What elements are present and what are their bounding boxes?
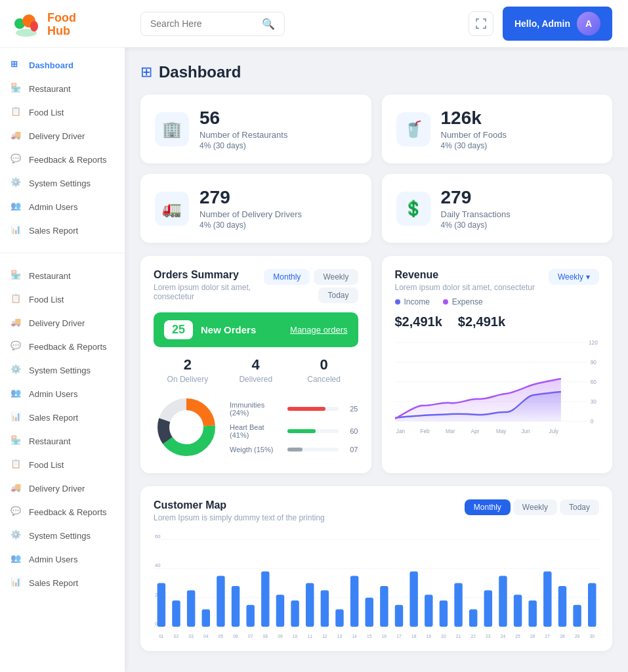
list-icon: 📋 xyxy=(10,293,22,305)
stat-change-1: 4% (30 days) xyxy=(441,141,507,150)
sidebar-item-feedback-reports[interactable]: 💬 Feedback & Reports xyxy=(0,148,125,171)
page-title-row: ⊞ Dashboard xyxy=(140,63,612,81)
sidebar-item-delivery-driver3[interactable]: 🚚 Delivery Driver xyxy=(0,476,125,500)
sidebar-item-sales-report[interactable]: 📊 Sales Report xyxy=(0,219,125,242)
income-dot xyxy=(395,299,400,304)
logo-icon xyxy=(10,9,42,41)
delivery-stats: 2 On Delivery 4 Delivered 0 Canceled xyxy=(154,356,358,384)
bar-item-2: Weigth (15%) 07 xyxy=(230,446,358,453)
bar-24 xyxy=(514,595,522,627)
sidebar-item-feedback-reports2[interactable]: 💬 Feedback & Reports xyxy=(0,335,125,358)
sidebar-item-system-settings[interactable]: ⚙️ System Settings xyxy=(0,171,125,195)
sidebar-item-admin-users3[interactable]: 👥 Admin Users xyxy=(0,547,125,571)
fullscreen-button[interactable] xyxy=(469,11,493,36)
cm-tabs: Monthly Weekly Today xyxy=(465,499,599,515)
stat-card-2: 🚛 279 Number of Delivery Drivers 4% (30 … xyxy=(140,174,371,243)
donut-section: Immunities (24%) 25 Heart Beat (41%) 60 … xyxy=(154,394,358,460)
search-input[interactable] xyxy=(150,18,257,29)
bar-6 xyxy=(246,605,254,627)
orders-tab-row1: Monthly Weekly xyxy=(264,269,358,285)
cm-tab-today[interactable]: Today xyxy=(560,499,599,515)
stat-info-1: 126k Number of Foods 4% (30 days) xyxy=(441,108,507,150)
bar-10 xyxy=(306,583,314,627)
cm-title-group: Customer Map Lorem Ipsum is simply dummy… xyxy=(154,499,325,522)
bar-label-1: Heart Beat (41%) xyxy=(230,423,282,439)
sidebar-item-delivery-driver[interactable]: 🚚 Delivery Driver xyxy=(0,124,125,148)
sidebar-item-restaurant2[interactable]: 🏪 Restaurant xyxy=(0,264,125,287)
cm-tab-weekly[interactable]: Weekly xyxy=(513,499,557,515)
svg-text:02: 02 xyxy=(174,634,179,639)
svg-text:04: 04 xyxy=(203,634,209,639)
stat-value-2: 279 xyxy=(199,187,302,208)
bars-section: Immunities (24%) 25 Heart Beat (41%) 60 … xyxy=(230,401,358,453)
settings-icon: ⚙️ xyxy=(10,177,22,189)
weekly-button[interactable]: Weekly ▾ xyxy=(549,269,599,285)
svg-rect-5 xyxy=(476,18,477,22)
header-right: Hello, Admin A xyxy=(469,7,612,41)
list-icon: 📋 xyxy=(10,459,22,471)
sidebar-item-sales-report3[interactable]: 📊 Sales Report xyxy=(0,571,125,595)
bar-9 xyxy=(291,600,299,627)
revenue-legend: Income Expense xyxy=(395,297,600,306)
expense-amount: $2,491k xyxy=(458,314,505,329)
customer-map-card: Customer Map Lorem Ipsum is simply dummy… xyxy=(140,486,612,651)
sidebar-item-food-list2[interactable]: 📋 Food List xyxy=(0,287,125,311)
delivery-stat-label-2: Canceled xyxy=(290,375,358,384)
svg-text:06: 06 xyxy=(233,634,238,639)
bar-label-2: Weigth (15%) xyxy=(230,446,282,453)
sidebar-item-restaurant3[interactable]: 🏪 Restaurant xyxy=(0,429,125,453)
sidebar-item-system-settings3[interactable]: ⚙️ System Settings xyxy=(0,524,125,547)
truck-icon: 🚚 xyxy=(10,317,22,329)
stat-label-1: Number of Foods xyxy=(441,130,507,140)
bar-17 xyxy=(409,572,417,627)
grid-icon: ⊞ xyxy=(10,59,22,71)
orders-title-group: Orders Summary Lorem ipsum dolor sit ame… xyxy=(154,269,264,301)
tab-today[interactable]: Today xyxy=(318,287,358,303)
sidebar-item-admin-users2[interactable]: 👥 Admin Users xyxy=(0,382,125,406)
sidebar-item-food-list3[interactable]: 📋 Food List xyxy=(0,453,125,476)
bar-1 xyxy=(172,600,180,627)
sidebar-item-delivery-driver2[interactable]: 🚚 Delivery Driver xyxy=(0,311,125,335)
sidebar-item-admin-users[interactable]: 👥 Admin Users xyxy=(0,195,125,219)
truck-icon: 🚚 xyxy=(10,130,22,142)
stat-label-3: Daily Transactions xyxy=(441,209,511,219)
sidebar-item-sales-report2[interactable]: 📊 Sales Report xyxy=(0,406,125,429)
delivery-stat-2: 0 Canceled xyxy=(290,356,358,384)
tab-monthly[interactable]: Monthly xyxy=(264,269,310,285)
cm-title: Customer Map xyxy=(154,499,325,511)
svg-text:12: 12 xyxy=(322,634,327,639)
sidebar-item-food-list[interactable]: 📋 Food List xyxy=(0,100,125,124)
svg-rect-11 xyxy=(485,26,486,29)
svg-text:27: 27 xyxy=(545,634,551,639)
stat-label-2: Number of Delivery Drivers xyxy=(199,209,302,219)
cm-header: Customer Map Lorem Ipsum is simply dummy… xyxy=(154,499,599,522)
cm-tab-monthly[interactable]: Monthly xyxy=(465,499,511,515)
stat-change-0: 4% (30 days) xyxy=(199,141,287,150)
svg-text:Apr: Apr xyxy=(471,428,479,434)
bar-item-0: Immunities (24%) 25 xyxy=(230,401,358,417)
sidebar-item-feedback-reports3[interactable]: 💬 Feedback & Reports xyxy=(0,500,125,524)
svg-text:18: 18 xyxy=(411,634,417,639)
bar-11 xyxy=(321,591,329,627)
cm-subtitle: Lorem Ipsum is simply dummy text of the … xyxy=(154,513,325,522)
revenue-header: Revenue Lorem ipsum dolor sit amet, cons… xyxy=(395,269,600,292)
sidebar-item-system-settings2[interactable]: ⚙️ System Settings xyxy=(0,358,125,382)
sidebar-item-label: System Settings xyxy=(29,531,91,541)
delivery-stat-val-0: 2 xyxy=(154,356,222,373)
bar-18 xyxy=(425,595,432,627)
bar-20 xyxy=(454,583,462,627)
svg-text:120: 120 xyxy=(589,339,598,346)
nav-top: ⊞ Dashboard🏪 Restaurant📋 Food List🚚 Deli… xyxy=(0,48,125,247)
sidebar-item-label: Restaurant xyxy=(29,436,71,446)
new-orders-label: New Orders xyxy=(201,324,256,335)
hello-admin-button[interactable]: Hello, Admin A xyxy=(503,7,612,41)
content-area: ⊞ Dashboard 🏢 56 Number of Restaurants 4… xyxy=(125,47,628,672)
sidebar-item-restaurant[interactable]: 🏪 Restaurant xyxy=(0,77,125,100)
new-orders-bar: 25 New Orders Manage orders xyxy=(154,312,358,347)
sidebar: Food Hub ⊞ Dashboard🏪 Restaurant📋 Food L… xyxy=(0,0,125,672)
sidebar-item-label: Feedback & Reports xyxy=(29,507,107,517)
search-wrap[interactable]: 🔍 xyxy=(140,12,285,36)
tab-weekly[interactable]: Weekly xyxy=(314,269,358,285)
manage-orders-link[interactable]: Manage orders xyxy=(290,325,347,335)
sidebar-item-dashboard[interactable]: ⊞ Dashboard xyxy=(0,53,125,77)
